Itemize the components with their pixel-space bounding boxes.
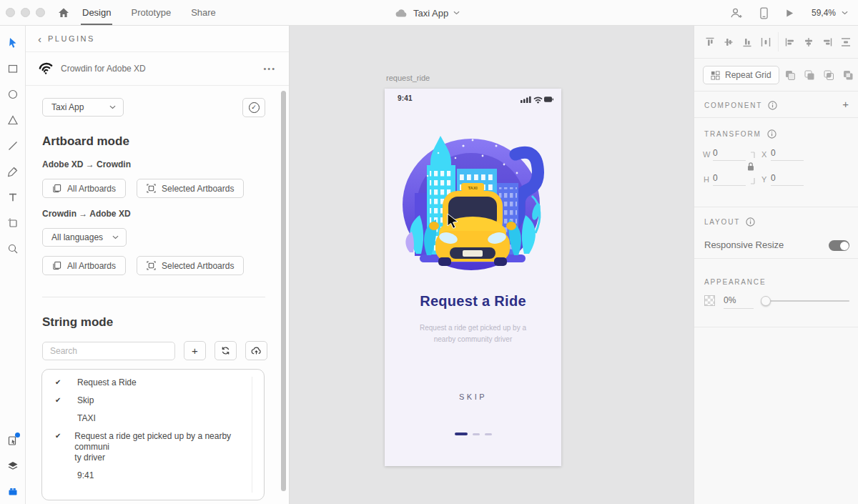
plugins-store-icon[interactable]	[7, 485, 19, 497]
refresh-icon	[221, 346, 230, 355]
languages-select[interactable]: All languages	[42, 228, 127, 247]
add-component-button[interactable]: +	[842, 98, 849, 110]
all-artboards-button[interactable]: All Artboards	[42, 256, 126, 275]
appearance-section: APPEARANCE 0%	[694, 259, 858, 327]
zoom-level-value: 59,4%	[812, 8, 836, 18]
distribute-horizontal-icon[interactable]	[760, 36, 771, 48]
search-input[interactable]	[42, 342, 175, 360]
plugins-header-label: PLUGINS	[48, 34, 95, 43]
opacity-value-field[interactable]: 0%	[724, 295, 754, 309]
artboard-request-ride[interactable]: 9:41	[385, 89, 561, 466]
width-field[interactable]: 0	[713, 148, 746, 161]
distribute-vertical-icon[interactable]	[840, 36, 852, 48]
window-close-button[interactable]	[6, 8, 15, 17]
repeat-grid-icon	[711, 71, 720, 80]
responsive-resize-toggle[interactable]	[829, 240, 849, 251]
xd-to-crowdin-label: Adobe XD → Crowdin	[42, 159, 289, 169]
chevron-down-icon	[109, 105, 116, 109]
align-toolbar	[694, 26, 858, 59]
home-icon[interactable]	[57, 6, 70, 19]
lock-aspect-icon[interactable]	[746, 151, 756, 185]
line-tool-icon[interactable]	[7, 140, 19, 152]
x-label: X	[761, 150, 766, 159]
align-vertical-center-icon[interactable]	[723, 36, 734, 48]
string-row[interactable]: TAXI	[42, 410, 264, 428]
align-bottom-icon[interactable]	[741, 36, 753, 48]
plus-icon: +	[192, 345, 198, 357]
artboard-tool-icon[interactable]	[7, 217, 19, 229]
plugin-panel-scrollbar[interactable]	[281, 91, 286, 491]
plugins-panel-icon[interactable]	[7, 435, 19, 446]
align-right-icon[interactable]	[822, 36, 833, 48]
width-label: W	[703, 150, 710, 159]
toolbar-separator	[778, 32, 779, 51]
tab-prototype[interactable]: Prototype	[131, 0, 171, 26]
info-icon[interactable]	[767, 129, 776, 139]
opacity-slider-knob[interactable]	[761, 296, 771, 306]
xd-to-crowdin-actions: All Artboards Selected Artboards	[42, 179, 289, 198]
crowdin-to-xd-label: Crowdin → Adobe XD	[42, 209, 289, 219]
string-row[interactable]: ✔ Skip	[42, 392, 264, 410]
artboard-label[interactable]: request_ride	[386, 74, 430, 82]
refresh-strings-button[interactable]	[214, 341, 237, 360]
boolean-intersect-icon[interactable]	[823, 69, 834, 81]
confirm-project-button[interactable]: ✓	[242, 98, 265, 117]
add-string-button[interactable]: +	[184, 341, 206, 360]
rectangle-tool-icon[interactable]	[7, 63, 19, 74]
y-field[interactable]: 0	[771, 173, 804, 186]
selected-artboards-button[interactable]: Selected Artboards	[137, 179, 244, 198]
layout-label: LAYOUT	[704, 218, 740, 226]
tab-share[interactable]: Share	[191, 0, 216, 26]
back-chevron-icon[interactable]: ‹	[38, 34, 41, 44]
canvas[interactable]: request_ride 9:41	[290, 26, 694, 504]
boolean-exclude-icon[interactable]	[842, 69, 854, 81]
project-select[interactable]: Taxi App	[42, 98, 124, 117]
skip-button[interactable]: SKIP	[385, 392, 561, 401]
boolean-add-icon[interactable]	[784, 69, 796, 81]
align-top-icon[interactable]	[704, 36, 716, 48]
polygon-tool-icon[interactable]	[7, 114, 19, 126]
play-preview-icon[interactable]	[785, 9, 794, 18]
repeat-grid-label: Repeat Grid	[725, 70, 771, 80]
all-artboards-button[interactable]: All Artboards	[42, 179, 126, 198]
device-preview-icon[interactable]	[760, 7, 768, 19]
info-icon[interactable]	[768, 101, 777, 110]
topbar-actions: 59,4%	[729, 0, 848, 26]
tab-design[interactable]: Design	[82, 0, 111, 26]
plugin-panel-header[interactable]: ‹ PLUGINS	[26, 26, 289, 52]
y-label: Y	[761, 175, 766, 184]
text-tool-icon[interactable]	[7, 192, 19, 203]
languages-select-value: All languages	[51, 232, 103, 242]
crowdin-logo-icon	[38, 61, 53, 76]
document-title-control[interactable]: Taxi App	[395, 0, 460, 26]
document-title: Taxi App	[413, 8, 448, 19]
boolean-subtract-icon[interactable]	[804, 69, 815, 81]
share-user-icon[interactable]	[729, 6, 743, 20]
more-options-icon[interactable]: •••	[263, 64, 276, 73]
all-artboards-label: All Artboards	[67, 184, 116, 194]
layers-icon[interactable]	[7, 460, 19, 472]
align-left-icon[interactable]	[784, 36, 796, 48]
align-horizontal-center-icon[interactable]	[803, 36, 814, 48]
ellipse-tool-icon[interactable]	[7, 89, 19, 100]
select-tool-icon[interactable]	[7, 37, 19, 49]
selected-artboards-label: Selected Artboards	[162, 261, 234, 271]
window-maximize-button[interactable]	[36, 8, 45, 17]
zoom-tool-icon[interactable]	[7, 243, 19, 255]
height-field[interactable]: 0	[713, 173, 746, 186]
string-row[interactable]: ✔ Request a ride get picked up by a near…	[42, 428, 264, 467]
x-field[interactable]: 0	[771, 148, 804, 161]
window-minimize-button[interactable]	[21, 8, 30, 17]
repeat-grid-button[interactable]: Repeat Grid	[703, 66, 779, 84]
opacity-slider[interactable]	[761, 300, 849, 302]
selected-artboards-button[interactable]: Selected Artboards	[137, 256, 244, 275]
pen-tool-icon[interactable]	[7, 166, 19, 177]
upload-strings-button[interactable]	[245, 341, 267, 360]
appearance-label: APPEARANCE	[704, 278, 766, 286]
string-row[interactable]: 9:41	[42, 467, 264, 485]
string-row[interactable]: ✔ Request a Ride	[42, 374, 264, 392]
responsive-resize-label: Responsive Resize	[704, 239, 784, 250]
string-text: 9:41	[77, 470, 94, 481]
zoom-level-control[interactable]: 59,4%	[812, 8, 848, 18]
info-icon[interactable]	[746, 217, 755, 227]
